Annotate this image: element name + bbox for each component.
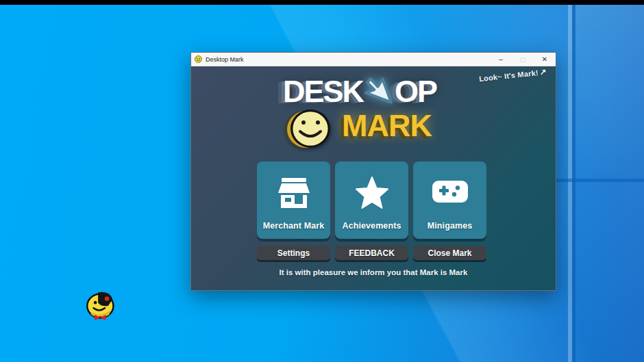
star-icon (335, 177, 408, 209)
cursor-arrow-icon (362, 71, 397, 107)
screen: Desktop Mark – ▢ ✕ Look~ It's Mark!↗ DES… (0, 0, 644, 362)
merchant-mark-label: Merchant Mark (263, 221, 325, 231)
window-content: Look~ It's Mark!↗ DESK OP MARK (191, 66, 556, 290)
footer-message: It is with pleasure we inform you that M… (191, 268, 556, 276)
wallpaper-pane-line-horizontal (552, 179, 644, 182)
close-button[interactable]: ✕ (534, 53, 556, 66)
logo-desk-segment: DESK (283, 76, 363, 107)
gamepad-icon (413, 177, 486, 207)
minigames-button[interactable]: Minigames (413, 161, 486, 239)
settings-button[interactable]: Settings (257, 246, 330, 260)
window-titlebar[interactable]: Desktop Mark – ▢ ✕ (191, 53, 556, 66)
logo-op-segment: OP (395, 76, 436, 107)
desktop-mark-logo: DESK OP MARK (283, 76, 467, 161)
feedback-button[interactable]: FEEDBACK (335, 246, 408, 260)
merchant-mark-button[interactable]: Merchant Mark (257, 161, 330, 239)
logo-coin-smiley-icon (283, 103, 338, 154)
arrow-up-right-icon: ↗ (539, 67, 547, 77)
wallpaper-pane-glow (575, 5, 644, 179)
window-title: Desktop Mark (206, 56, 490, 63)
achievements-button[interactable]: Achievements (335, 161, 408, 239)
callout-text: Look~ It's Mark! (479, 68, 539, 83)
close-mark-button[interactable]: Close Mark (413, 246, 486, 260)
look-its-mark-callout: Look~ It's Mark!↗ (478, 67, 547, 83)
achievements-label: Achievements (343, 221, 401, 231)
logo-mark-text: MARK (342, 110, 432, 141)
minigames-label: Minigames (428, 221, 473, 231)
logo-desktop-text: DESK OP (283, 76, 467, 107)
window-controls: – ▢ ✕ (490, 53, 556, 66)
storefront-icon (257, 177, 330, 211)
desktop-mark-window: Desktop Mark – ▢ ✕ Look~ It's Mark!↗ DES… (190, 52, 556, 291)
maximize-button: ▢ (512, 53, 534, 66)
mark-buddy-icon (84, 288, 119, 324)
app-smiley-icon (195, 55, 202, 63)
letterbox-bar (0, 0, 644, 5)
minimize-button[interactable]: – (490, 53, 512, 66)
mark-desktop-buddy[interactable] (84, 288, 119, 324)
